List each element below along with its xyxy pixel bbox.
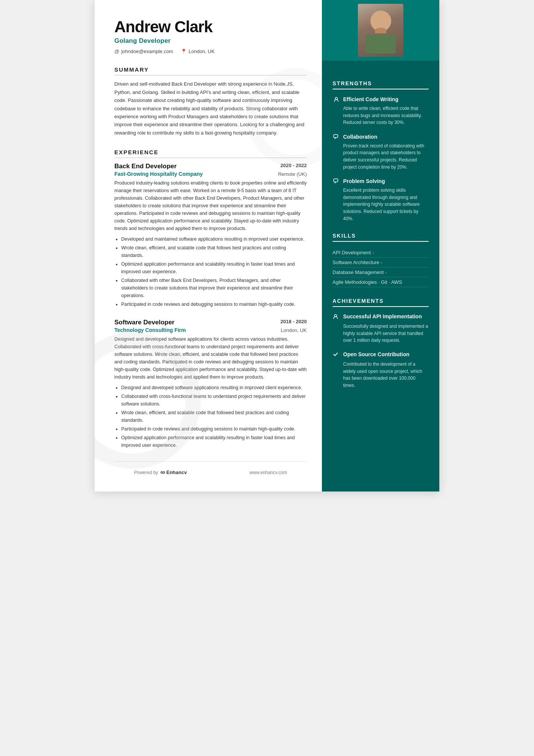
achievements-section: ACHIEVEMENTS Successful API Implementati… [333, 298, 429, 389]
svg-point-0 [335, 97, 337, 100]
skill-item-2: Software Architecture · [333, 258, 429, 268]
left-panel: Andrew Clark Golang Developer @ johndoe@… [95, 0, 322, 491]
contact-row: @ johndoe@example.com 📍 London, UK [114, 49, 307, 54]
job-company-1: Fast-Growing Hospitality Company [114, 171, 203, 177]
strength-desc-3: Excellent problem solving skills demonst… [333, 187, 429, 222]
svg-rect-1 [334, 135, 338, 138]
skills-section: SKILLS API Development · Software Archit… [333, 233, 429, 287]
strength-title-1: Efficient Code Writing [343, 96, 398, 102]
strengths-section: STRENGTHS Efficient Code Writing Able to… [333, 80, 429, 222]
footer-url: www.enhancv.com [250, 470, 287, 475]
bullet-1-3: Optimized application performance and sc… [121, 260, 307, 275]
achievement-desc-1: Successfully designed and implemented a … [333, 323, 429, 344]
resume-container: Andrew Clark Golang Developer @ johndoe@… [95, 0, 439, 491]
job-location-2: London, UK [281, 327, 307, 333]
photo-body [365, 34, 396, 53]
location-contact: 📍 London, UK [181, 49, 215, 54]
strength-desc-2: Proven track record of collaborating wit… [333, 142, 429, 171]
experience-section: EXPERIENCE Back End Developer 2020 - 202… [114, 149, 307, 449]
right-content: STRENGTHS Efficient Code Writing Able to… [322, 61, 439, 396]
job-header-1: Back End Developer 2020 - 2022 [114, 163, 307, 170]
bullet-2-2: Collaborated with cross-functional teams… [121, 393, 307, 408]
achievement-title-1: Successful API Implementation [343, 313, 422, 320]
strength-title-3: Problem Solving [343, 178, 385, 184]
location-icon: 📍 [181, 49, 187, 54]
job-block-2: Software Developer 2018 - 2020 Technolog… [114, 319, 307, 449]
summary-title: SUMMARY [114, 66, 307, 75]
location-text: London, UK [189, 49, 215, 54]
bullet-1-1: Developed and maintained software applic… [121, 235, 307, 243]
strength-header-1: Efficient Code Writing [333, 95, 429, 103]
strength-desc-1: Able to write clean, efficient code that… [333, 105, 429, 126]
summary-text: Driven and self-motivated Back End Devel… [114, 80, 307, 137]
strength-header-3: Problem Solving [333, 177, 429, 185]
strength-header-2: Collaboration [333, 133, 429, 141]
email-icon: @ [114, 49, 119, 54]
powered-by-text: Powered by [134, 470, 158, 475]
job-title-1: Back End Developer [114, 163, 176, 170]
job-dates-1: 2020 - 2022 [281, 163, 307, 168]
photo-container [322, 0, 439, 61]
bullet-2-4: Participated in code reviews and debuggi… [121, 425, 307, 433]
svg-rect-2 [334, 179, 338, 182]
skill-text-2: Software Architecture [333, 260, 379, 265]
footer: Powered by ∞ Enhancv www.enhancv.com [114, 461, 307, 476]
photo-face [370, 11, 391, 31]
candidate-title: Golang Developer [114, 37, 307, 45]
candidate-name: Andrew Clark [114, 18, 307, 36]
skills-title: SKILLS [333, 233, 429, 242]
bullet-2-3: Wrote clean, efficient, and scalable cod… [121, 409, 307, 424]
skill-item-4: Agile Methodologies · Git · AWS [333, 277, 429, 287]
skill-dot-2: · [381, 260, 383, 265]
job-header-2: Software Developer 2018 - 2020 [114, 319, 307, 326]
job-desc-2: Designed and developed software applicat… [114, 335, 307, 381]
job-dates-2: 2018 - 2020 [281, 319, 307, 324]
skill-text-1: API Development [333, 250, 371, 255]
achievement-icon-2 [333, 351, 340, 359]
achievement-desc-2: Contributed to the development of a wide… [333, 361, 429, 389]
bullet-2-1: Designed and developed software applicat… [121, 384, 307, 391]
strength-icon-1 [333, 95, 340, 103]
job-company-2: Technology Consulting Firm [114, 327, 186, 333]
footer-logo: ∞ Enhancv [160, 468, 187, 476]
job-location-1: Remote (UK) [278, 171, 307, 177]
skill-text-3: Database Management [333, 269, 384, 275]
skill-text-4: Agile Methodologies · Git · AWS [333, 279, 402, 285]
skill-item-1: API Development · [333, 248, 429, 258]
right-panel: STRENGTHS Efficient Code Writing Able to… [322, 0, 439, 491]
achievements-title: ACHIEVEMENTS [333, 298, 429, 307]
bullet-1-4: Collaborated with other Back End Develop… [121, 277, 307, 299]
summary-section: SUMMARY Driven and self-motivated Back E… [114, 66, 307, 137]
bullet-2-5: Optimized application performance and sc… [121, 434, 307, 449]
strength-item-2: Collaboration Proven track record of col… [333, 133, 429, 171]
job-bullets-2: Designed and developed software applicat… [114, 384, 307, 449]
job-block-1: Back End Developer 2020 - 2022 Fast-Grow… [114, 163, 307, 308]
strength-icon-3 [333, 177, 340, 185]
achievement-item-1: Successful API Implementation Successful… [333, 313, 429, 344]
achievement-item-2: Open Source Contribution Contributed to … [333, 351, 429, 389]
strength-item-1: Efficient Code Writing Able to write cle… [333, 95, 429, 126]
strength-title-2: Collaboration [343, 134, 377, 140]
job-title-2: Software Developer [114, 319, 175, 326]
job-sub-row-1: Fast-Growing Hospitality Company Remote … [114, 171, 307, 177]
achievement-icon-1 [333, 313, 340, 321]
strengths-title: STRENGTHS [333, 80, 429, 89]
skill-dot-1: · [372, 250, 374, 255]
skill-dot-3: · [385, 269, 387, 275]
achievement-title-2: Open Source Contribution [343, 351, 409, 358]
svg-point-3 [334, 315, 337, 317]
skill-item-3: Database Management · [333, 268, 429, 277]
footer-left: Powered by ∞ Enhancv [134, 468, 187, 476]
strength-item-3: Problem Solving Excellent problem solvin… [333, 177, 429, 222]
job-bullets-1: Developed and maintained software applic… [114, 235, 307, 308]
logo-symbol: ∞ [160, 468, 164, 476]
email-contact: @ johndoe@example.com [114, 49, 173, 54]
experience-title: EXPERIENCE [114, 149, 307, 158]
logo-text: Enhancv [166, 470, 187, 475]
job-sub-row-2: Technology Consulting Firm London, UK [114, 327, 307, 333]
achievement-header-1: Successful API Implementation [333, 313, 429, 321]
bullet-1-5: Participated in code reviews and debuggi… [121, 301, 307, 308]
email-text: johndoe@example.com [121, 49, 173, 54]
bullet-1-2: Wrote clean, efficient, and scalable cod… [121, 244, 307, 259]
achievement-header-2: Open Source Contribution [333, 351, 429, 359]
